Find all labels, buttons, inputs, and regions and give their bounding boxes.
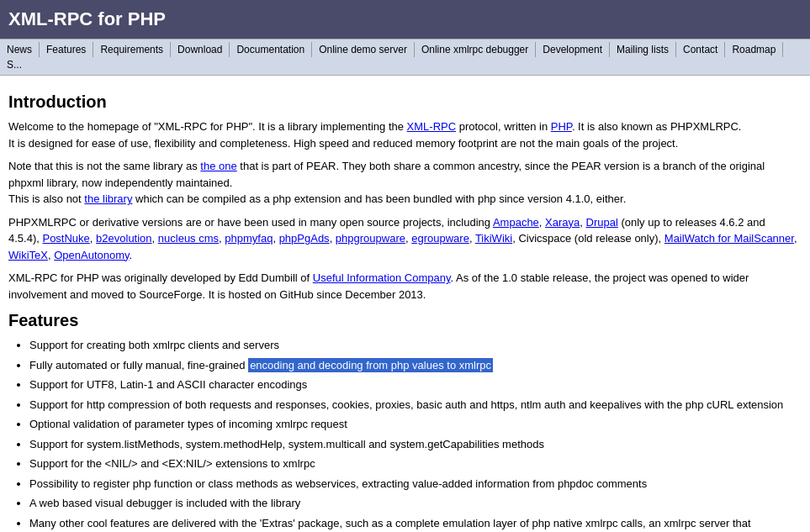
intro-para4: XML-RPC for PHP was originally developed… [8, 270, 799, 303]
main-content: Introduction Welcome to the homepage of … [0, 76, 807, 532]
nav-download[interactable]: Download [171, 42, 230, 57]
features-list: Support for creating both xmlrpc clients… [29, 337, 799, 532]
wikitex-link[interactable]: WikiTeX [8, 249, 48, 261]
nav-mailing-lists[interactable]: Mailing lists [610, 42, 676, 57]
nav-development[interactable]: Development [536, 42, 610, 57]
nav-xmlrpc-debugger[interactable]: Online xmlrpc debugger [415, 42, 536, 57]
encoding-link[interactable]: encoding and decoding from php values to… [248, 358, 493, 372]
phpgroupware-link[interactable]: phpgroupware [336, 232, 405, 245]
features-heading: Features [8, 311, 799, 330]
php-link[interactable]: PHP [551, 120, 572, 133]
list-item: Possibility to register php function or … [29, 476, 799, 492]
nav-requirements[interactable]: Requirements [93, 42, 171, 57]
ampache-link[interactable]: Ampache [493, 216, 539, 229]
list-item: Optional validation of parameter types o… [29, 416, 799, 433]
intro-para1: Welcome to the homepage of "XML-RPC for … [8, 119, 799, 151]
navigation-bar: News Features Requirements Download Docu… [0, 39, 810, 76]
xmlrpc-link[interactable]: XML-RPC [407, 120, 457, 133]
b2evo-link[interactable]: b2evolution [96, 232, 152, 245]
tikiwiki-link[interactable]: TikiWiki [475, 232, 512, 245]
list-item: Support for creating both xmlrpc clients… [29, 337, 799, 354]
mailwatch-link[interactable]: MailWatch for MailScanner [664, 232, 794, 245]
intro-para3: PHPXMLRPC or derivative versions are or … [8, 214, 799, 264]
list-item: Support for system.listMethods, system.m… [29, 436, 799, 453]
list-item: A web based visual debugger is included … [29, 495, 799, 512]
site-title: XML-RPC for PHP [8, 8, 802, 30]
egroupware-link[interactable]: egroupware [411, 232, 469, 245]
list-item: Support for the <NIL/> and <EX:NIL/> ext… [29, 456, 799, 472]
nav-roadmap[interactable]: Roadmap [725, 42, 783, 57]
nav-contact[interactable]: Contact [676, 42, 725, 57]
nucleus-link[interactable]: nucleus cms [158, 232, 219, 245]
list-item: Many other cool features are delivered w… [29, 515, 799, 533]
phpmyfaq-link[interactable]: phpmyfaq [225, 232, 273, 245]
phppgads-link[interactable]: phpPgAds [279, 232, 330, 245]
the-one-link[interactable]: the one [200, 160, 236, 172]
postnuke-link[interactable]: PostNuke [42, 232, 89, 245]
intro-heading: Introduction [8, 92, 799, 112]
useful-info-link[interactable]: Useful Information Company [313, 271, 451, 284]
nav-online-demo[interactable]: Online demo server [312, 42, 415, 57]
site-header: XML-RPC for PHP [0, 0, 810, 39]
xaraya-link[interactable]: Xaraya [545, 216, 580, 229]
nav-features[interactable]: Features [40, 42, 93, 57]
list-item: Fully automated or fully manual, fine-gr… [29, 357, 799, 374]
openautonomy-link[interactable]: OpenAutonomy [54, 249, 129, 261]
nav-extra[interactable]: S... [0, 57, 29, 72]
drupal-link[interactable]: Drupal [586, 216, 618, 229]
nav-documentation[interactable]: Documentation [230, 42, 312, 57]
the-library-link[interactable]: the library [84, 192, 132, 205]
intro-para2: Note that this is not the same library a… [8, 158, 799, 208]
list-item: Support for UTF8, Latin-1 and ASCII char… [29, 377, 799, 393]
list-item: Support for http compression of both req… [29, 397, 799, 413]
nav-news[interactable]: News [0, 42, 40, 57]
